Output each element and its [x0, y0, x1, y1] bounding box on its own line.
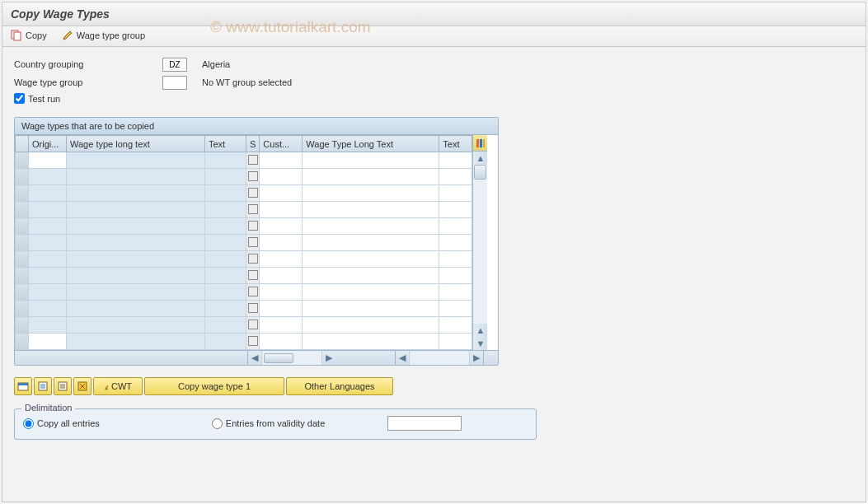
cell-origi[interactable] — [29, 202, 67, 218]
checkbox-icon[interactable] — [248, 270, 258, 280]
cell-cust[interactable] — [260, 251, 303, 268]
cell-s[interactable] — [246, 268, 260, 284]
cell-wt-long-left[interactable] — [67, 202, 205, 218]
cell-wt-long-left[interactable] — [67, 218, 205, 235]
cell-cust[interactable] — [260, 284, 303, 301]
cell-origi[interactable] — [29, 152, 67, 169]
cell-s[interactable] — [246, 334, 260, 350]
cell-wt-long-left[interactable] — [67, 251, 205, 268]
cell-cust[interactable] — [260, 334, 303, 350]
table-row[interactable] — [16, 251, 472, 268]
row-header[interactable] — [16, 169, 29, 185]
cell-wt-long-left[interactable] — [67, 268, 205, 284]
cell-text-left[interactable] — [205, 251, 246, 268]
cell-cust[interactable] — [260, 185, 303, 202]
row-header[interactable] — [16, 334, 29, 350]
cell-wt-long-right[interactable] — [303, 251, 439, 268]
col-wt-long-text-right[interactable]: Wage Type Long Text — [303, 136, 439, 152]
cell-s[interactable] — [246, 202, 260, 218]
row-header[interactable] — [16, 152, 29, 169]
checkbox-icon[interactable] — [248, 336, 258, 346]
country-grouping-input[interactable] — [162, 58, 187, 72]
cell-cust[interactable] — [260, 235, 303, 251]
cell-origi[interactable] — [29, 284, 67, 301]
cell-wt-long-left[interactable] — [67, 334, 205, 350]
cell-wt-long-right[interactable] — [303, 334, 439, 350]
cell-s[interactable] — [246, 251, 260, 268]
table-row[interactable] — [16, 152, 472, 169]
cell-text-right[interactable] — [439, 235, 472, 251]
hscroll-left-icon[interactable]: ◀ — [248, 351, 261, 365]
hscroll-left-icon-2[interactable]: ◀ — [396, 351, 409, 365]
cell-text-right[interactable] — [439, 185, 472, 202]
checkbox-icon[interactable] — [248, 303, 258, 313]
cell-text-right[interactable] — [439, 284, 472, 301]
cwt-button[interactable]: CWT — [93, 377, 143, 395]
cell-s[interactable] — [246, 185, 260, 202]
cell-wt-long-left[interactable] — [67, 235, 205, 251]
cell-text-left[interactable] — [205, 152, 246, 169]
cell-text-right[interactable] — [439, 152, 472, 169]
cell-cust[interactable] — [260, 301, 303, 317]
copy-all-radio-label[interactable]: Copy all entries — [23, 418, 100, 429]
cell-text-left[interactable] — [205, 218, 246, 235]
cell-s[interactable] — [246, 284, 260, 301]
col-text-right[interactable]: Text — [439, 136, 472, 152]
table-row[interactable] — [16, 317, 472, 334]
hscroll-track-1[interactable] — [261, 351, 322, 365]
cell-s[interactable] — [246, 169, 260, 185]
scroll-down-btn-1[interactable]: ▲ — [473, 324, 487, 337]
table-row[interactable] — [16, 301, 472, 317]
wage-types-grid[interactable]: Origi... Wage type long text Text S Cust… — [15, 135, 472, 350]
col-origi[interactable]: Origi... — [29, 136, 67, 152]
checkbox-icon[interactable] — [248, 287, 258, 296]
hscroll-right-icon-2[interactable]: ▶ — [470, 351, 483, 365]
scroll-track-v[interactable] — [473, 165, 487, 324]
cell-origi[interactable] — [29, 185, 67, 202]
table-row[interactable] — [16, 202, 472, 218]
checkbox-icon[interactable] — [248, 171, 258, 181]
cell-s[interactable] — [246, 301, 260, 317]
table-row[interactable] — [16, 169, 472, 185]
cell-wt-long-right[interactable] — [303, 268, 439, 284]
checkbox-icon[interactable] — [248, 204, 258, 214]
scroll-up-icon[interactable]: ▲ — [473, 152, 487, 165]
cell-text-right[interactable] — [439, 202, 472, 218]
cell-origi[interactable] — [29, 235, 67, 251]
checkbox-icon[interactable] — [248, 254, 258, 264]
icon-btn-1[interactable] — [14, 377, 32, 395]
scroll-thumb-v[interactable] — [474, 165, 486, 180]
icon-btn-4[interactable] — [73, 377, 91, 395]
col-text-left[interactable]: Text — [205, 136, 246, 152]
checkbox-icon[interactable] — [248, 221, 258, 231]
table-row[interactable] — [16, 218, 472, 235]
wage-type-group-input[interactable] — [162, 76, 187, 90]
cell-wt-long-left[interactable] — [67, 317, 205, 334]
row-header[interactable] — [16, 218, 29, 235]
cell-origi[interactable] — [29, 251, 67, 268]
vertical-scrollbar[interactable]: ▲ ▲ ▼ — [472, 135, 487, 350]
checkbox-icon[interactable] — [248, 188, 258, 198]
cell-wt-long-left[interactable] — [67, 185, 205, 202]
row-header[interactable] — [16, 185, 29, 202]
entries-from-radio[interactable] — [212, 418, 223, 429]
cell-origi[interactable] — [29, 301, 67, 317]
cell-wt-long-right[interactable] — [303, 218, 439, 235]
cell-text-left[interactable] — [205, 202, 246, 218]
other-languages-button[interactable]: Other Languages — [286, 377, 393, 395]
entries-from-radio-label[interactable]: Entries from validity date — [212, 418, 325, 429]
scroll-down-btn-2[interactable]: ▼ — [473, 337, 487, 350]
cell-wt-long-right[interactable] — [303, 317, 439, 334]
row-header[interactable] — [16, 268, 29, 284]
hscroll-right-icon-1[interactable]: ▶ — [322, 351, 335, 365]
checkbox-icon[interactable] — [248, 237, 258, 247]
cell-s[interactable] — [246, 235, 260, 251]
cell-text-left[interactable] — [205, 268, 246, 284]
cell-text-right[interactable] — [439, 169, 472, 185]
table-settings-icon[interactable] — [473, 135, 487, 152]
cell-text-left[interactable] — [205, 284, 246, 301]
table-row[interactable] — [16, 334, 472, 350]
table-row[interactable] — [16, 235, 472, 251]
wage-type-group-button[interactable]: Wage type group — [62, 30, 145, 41]
cell-wt-long-right[interactable] — [303, 202, 439, 218]
